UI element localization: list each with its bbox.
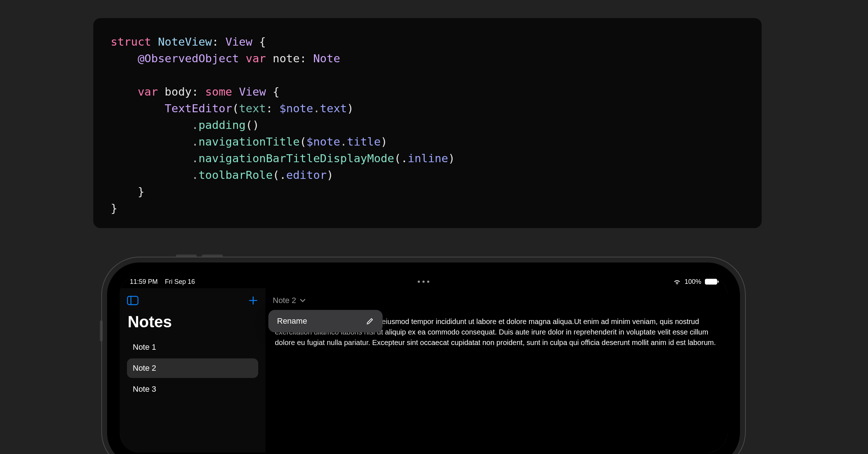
ipad-screen: 11:59 PM Fri Sep 16 100% — [120, 275, 727, 453]
svg-rect-0 — [128, 297, 138, 305]
sidebar: Notes Note 1 Note 2 Note 3 — [120, 288, 265, 453]
code-keyword-struct: struct — [111, 35, 151, 48]
ipad-hardware-volume-down — [202, 255, 223, 257]
navigation-title[interactable]: Note 2 — [273, 296, 296, 305]
code-type-noteview: NoteView — [158, 35, 212, 48]
pencil-icon — [366, 317, 374, 325]
chevron-down-icon[interactable] — [300, 298, 306, 303]
rename-popover[interactable]: Rename — [268, 310, 383, 332]
sidebar-toggle-icon[interactable] — [127, 296, 139, 305]
ipad-hardware-power — [100, 320, 103, 341]
ipad-device-frame: 11:59 PM Fri Sep 16 100% — [107, 262, 740, 454]
sidebar-list: Note 1 Note 2 Note 3 — [127, 337, 258, 399]
sidebar-item-note-2[interactable]: Note 2 — [127, 358, 258, 378]
detail-pane: Note 2 Rename onsectetur adipiscing e — [265, 288, 727, 453]
code-block: struct NoteView: View { @ObservedObject … — [93, 18, 762, 228]
status-bar: 11:59 PM Fri Sep 16 100% — [120, 275, 727, 288]
rename-menu-item-label: Rename — [277, 316, 307, 326]
sidebar-title: Notes — [128, 313, 258, 331]
status-date: Fri Sep 16 — [165, 278, 195, 286]
battery-icon — [705, 279, 717, 285]
add-note-button[interactable] — [248, 295, 258, 306]
code-type-view: View — [225, 35, 252, 48]
ipad-hardware-volume-up — [176, 255, 197, 257]
detail-toolbar: Note 2 — [273, 291, 720, 310]
status-time: 11:59 PM — [130, 278, 158, 286]
sidebar-item-note-1[interactable]: Note 1 — [127, 337, 258, 357]
sidebar-item-note-3[interactable]: Note 3 — [127, 379, 258, 399]
wifi-icon — [673, 279, 681, 285]
code-attr-observedobject: @ObservedObject — [138, 52, 239, 65]
multitask-dots[interactable] — [418, 281, 429, 283]
battery-percent: 100% — [685, 278, 701, 286]
